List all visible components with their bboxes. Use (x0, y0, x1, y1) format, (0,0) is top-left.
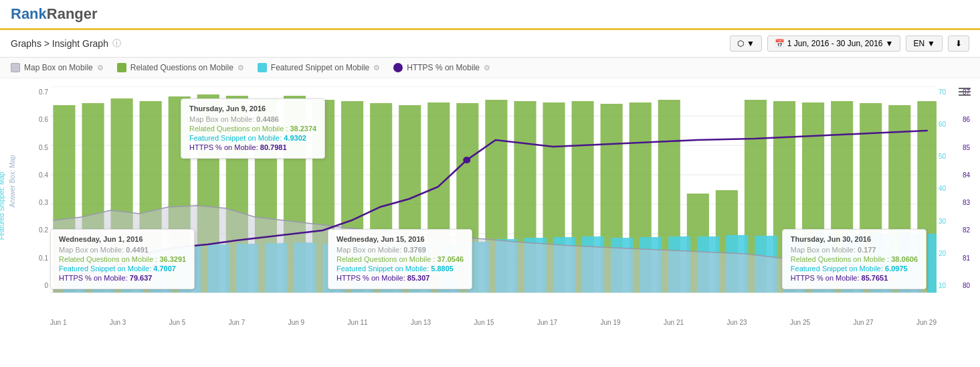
tooltip1-snippet: Featured Snippet on Mobile: 4.7007 (59, 265, 186, 273)
x-label-jun25: Jun 25 (790, 319, 810, 326)
date-range-label: 1 Jun, 2016 - 30 Jun, 2016 (787, 39, 883, 48)
tooltip4-snippet: Featured Snippet on Mobile: 6.0975 (791, 265, 918, 273)
legend-item-featured-snippet[interactable]: Featured Snippet on Mobile ⚙ (258, 63, 380, 72)
x-label-jun9: Jun 9 (288, 319, 304, 326)
x-label-jun15: Jun 15 (474, 319, 494, 326)
tooltip1-related: Related Questions on Mobile : 36.3291 (59, 255, 186, 263)
gear-icon-https[interactable]: ⚙ (484, 64, 490, 72)
x-label-jun1: Jun 1 (50, 319, 66, 326)
y-axis-left: 0.7 0.6 0.5 0.4 0.3 0.2 0.1 0 (35, 88, 48, 289)
tooltip-jun9: Thursday, Jun 9, 2016 Map Box on Mobile:… (181, 98, 325, 159)
y-left-0.2: 0.2 (35, 226, 48, 234)
tooltip3-related: Related Questions on Mobile : 37.0546 (336, 255, 464, 263)
chevron-down-icon: ▼ (886, 39, 894, 48)
toolbar: Graphs > Insight Graph ⓘ ⬡ ▼ 📅 1 Jun, 20… (0, 30, 980, 58)
language-button[interactable]: EN ▼ (906, 35, 943, 52)
y-left-0: 0 (35, 282, 48, 289)
toolbar-left: Graphs > Insight Graph ⓘ (11, 38, 121, 50)
hamburger-icon[interactable] (956, 85, 973, 98)
cube-icon: ⬡ (737, 39, 744, 48)
legend-dot-map-box (11, 63, 20, 72)
legend-dot-featured-snippet (258, 63, 267, 72)
y-left-0.1: 0.1 (35, 254, 48, 262)
legend-bar: Map Box on Mobile ⚙ Related Questions on… (0, 58, 980, 78)
x-label-jun21: Jun 21 (664, 319, 684, 326)
legend-label-featured-snippet: Featured Snippet on Mobile (271, 63, 369, 72)
tooltip-jun1: Wednesday, Jun 1, 2016 Map Box on Mobile… (50, 229, 195, 289)
legend-item-related-questions[interactable]: Related Questions on Mobile ⚙ (117, 63, 244, 72)
download-button[interactable]: ⬇ (948, 35, 969, 52)
x-label-jun29: Jun 29 (916, 319, 937, 326)
info-icon: ⓘ (112, 38, 121, 50)
tooltip4-date: Thursday, Jun 30, 2016 (791, 235, 918, 243)
tooltip2-snippet: Featured Snippet on Mobile: 4.9302 (189, 134, 316, 142)
left-axis-label-answerbox: Answer Box: Map (9, 155, 16, 207)
y-axis-right1: 70 60 50 40 30 20 10 (939, 88, 952, 289)
x-label-jun13: Jun 13 (411, 319, 431, 326)
tooltip3-date: Wednesday, Jun 15, 2016 (336, 235, 464, 243)
gear-icon-featured-snippet[interactable]: ⚙ (373, 64, 380, 72)
x-label-jun27: Jun 27 (853, 319, 873, 326)
toolbar-right: ⬡ ▼ 📅 1 Jun, 2016 - 30 Jun, 2016 ▼ EN ▼ … (730, 35, 969, 52)
legend-dot-related-questions (117, 63, 126, 72)
chart-menu[interactable] (956, 85, 973, 98)
left-axis-label-snippet: Featured Snippet: Map (0, 172, 5, 240)
tooltip1-date: Wednesday, Jun 1, 2016 (59, 235, 186, 243)
tooltip3-snippet: Featured Snippet on Mobile: 5.8805 (336, 265, 464, 273)
tooltip-jun15: Wednesday, Jun 15, 2016 Map Box on Mobil… (328, 229, 472, 289)
x-label-jun17: Jun 17 (537, 319, 557, 326)
logo-rank: Rank (11, 5, 47, 22)
calendar-icon: 📅 (775, 39, 785, 48)
gear-icon-related-questions[interactable]: ⚙ (237, 64, 244, 72)
legend-label-https: HTTPS % on Mobile (407, 63, 480, 72)
logo-ranger: Ranger (47, 5, 98, 22)
cube-btn-label: ▼ (747, 39, 755, 48)
legend-label-related-questions: Related Questions on Mobile (130, 63, 233, 72)
x-label-jun23: Jun 23 (727, 319, 747, 326)
x-label-jun7: Jun 7 (229, 319, 245, 326)
tooltip2-mapbox: Map Box on Mobile: 0.4486 (189, 115, 316, 123)
legend-item-map-box[interactable]: Map Box on Mobile ⚙ (11, 63, 104, 72)
tooltip4-related: Related Questions on Mobile : 38.0606 (791, 255, 918, 263)
y-axis-right2: 87 86 85 84 83 82 81 80 (963, 88, 976, 289)
legend-dot-https (393, 63, 403, 72)
language-label: EN (913, 39, 924, 48)
tooltip1-https: HTTPS % on Mobile: 79.637 (59, 274, 186, 282)
download-icon: ⬇ (955, 39, 962, 48)
y-left-0.4: 0.4 (35, 171, 48, 179)
tooltip-jun30: Thursday, Jun 30, 2016 Map Box on Mobile… (782, 229, 926, 289)
x-label-jun5: Jun 5 (169, 319, 185, 326)
x-label-jun3: Jun 3 (110, 319, 126, 326)
x-label-jun11: Jun 11 (348, 319, 368, 326)
logo: RankRanger (11, 5, 98, 23)
tooltip4-mapbox: Map Box on Mobile: 0.177 (791, 246, 918, 254)
tooltip2-https: HTTPS % on Mobile: 80.7981 (189, 143, 316, 151)
date-range-button[interactable]: 📅 1 Jun, 2016 - 30 Jun, 2016 ▼ (767, 35, 901, 52)
tooltip4-https: HTTPS % on Mobile: 85.7651 (791, 274, 918, 282)
breadcrumb: Graphs > Insight Graph (11, 38, 108, 49)
svg-rect-69 (928, 234, 937, 293)
legend-label-map-box: Map Box on Mobile (24, 63, 93, 72)
header: RankRanger (0, 0, 980, 30)
tooltip3-https: HTTPS % on Mobile: 85.307 (336, 274, 464, 282)
tooltip2-date: Thursday, Jun 9, 2016 (189, 104, 316, 113)
x-label-jun19: Jun 19 (601, 319, 621, 326)
y-left-0.6: 0.6 (35, 116, 48, 123)
chart-container: Featured Snippet: Map Answer Box: Map 0.… (0, 78, 980, 326)
gear-icon-map-box[interactable]: ⚙ (97, 64, 104, 72)
cube-button[interactable]: ⬡ ▼ (730, 35, 762, 52)
x-axis: Jun 1 Jun 3 Jun 5 Jun 7 Jun 9 Jun 11 Jun… (50, 319, 937, 326)
lang-chevron-icon: ▼ (927, 39, 935, 48)
tooltip3-mapbox: Map Box on Mobile: 0.3769 (336, 246, 464, 254)
svg-point-70 (463, 157, 470, 163)
y-left-0.5: 0.5 (35, 144, 48, 151)
legend-item-https[interactable]: HTTPS % on Mobile ⚙ (393, 63, 490, 72)
y-left-0.3: 0.3 (35, 199, 48, 206)
tooltip1-mapbox: Map Box on Mobile: 0.4491 (59, 246, 186, 254)
y-left-0.7: 0.7 (35, 88, 48, 96)
tooltip2-related: Related Questions on Mobile : 38.2374 (189, 125, 316, 133)
